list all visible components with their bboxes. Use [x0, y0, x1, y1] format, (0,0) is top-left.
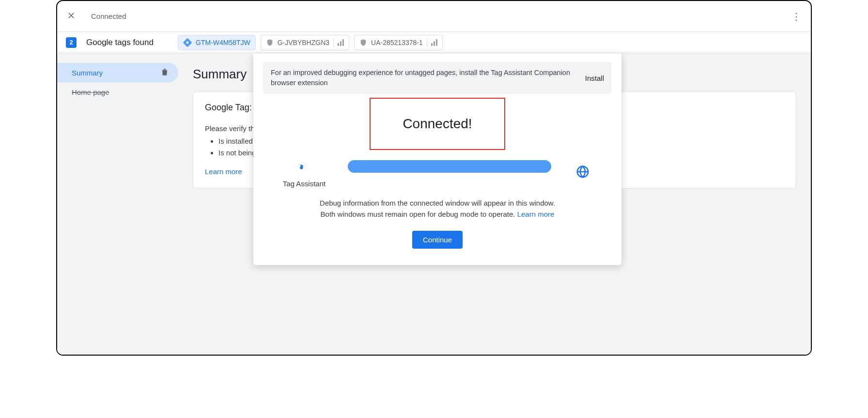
- tag-tab-ga4[interactable]: G-JVBYBHZGN3: [261, 35, 349, 50]
- topbar: Connected ⋮: [57, 1, 811, 32]
- connection-row: Tag Assistant: [253, 157, 621, 188]
- site-side: [568, 164, 597, 180]
- sidebar-item-homepage[interactable]: Home page: [57, 82, 178, 102]
- connected-highlight: Connected!: [370, 98, 505, 150]
- shield-icon: [359, 39, 367, 46]
- sidebar: Summary Home page: [57, 53, 178, 355]
- sidebar-item-summary[interactable]: Summary: [57, 63, 178, 82]
- divider: [427, 38, 427, 47]
- clear-icon[interactable]: [160, 67, 170, 78]
- install-button[interactable]: Install: [585, 74, 604, 82]
- info-line1: Debug information from the connected win…: [320, 199, 555, 207]
- install-banner: For an improved debugging experience for…: [263, 62, 612, 94]
- learn-more-link[interactable]: Learn more: [205, 167, 242, 176]
- top-status: Connected: [91, 12, 126, 20]
- bars-icon: [338, 39, 344, 46]
- tag-strip: 2 Google tags found GTM-W4M58TJW G-JVBYB…: [57, 32, 811, 53]
- connected-modal: For an improved debugging experience for…: [253, 53, 621, 265]
- continue-button[interactable]: Continue: [412, 231, 463, 249]
- modal-info: Debug information from the connected win…: [253, 197, 621, 220]
- tag-tab-label: GTM-W4M58TJW: [196, 39, 250, 46]
- bars-icon: [431, 39, 437, 46]
- svg-point-2: [300, 166, 303, 169]
- tag-assistant-side: Tag Assistant: [278, 157, 331, 188]
- divider: [333, 38, 334, 47]
- globe-icon: [575, 173, 590, 180]
- connection-bar: [348, 160, 551, 173]
- close-icon[interactable]: [63, 6, 79, 27]
- tag-tab-gtm[interactable]: GTM-W4M58TJW: [178, 35, 256, 50]
- kebab-icon[interactable]: ⋮: [788, 11, 805, 22]
- shield-icon: [266, 39, 274, 46]
- tag-assistant-icon: [296, 167, 312, 175]
- tag-tab-ua[interactable]: UA-285213378-1: [354, 35, 443, 50]
- connected-label: Connected!: [403, 116, 472, 132]
- app-frame: Connected ⋮ 2 Google tags found GTM-W4M5…: [56, 0, 812, 356]
- banner-text: For an improved debugging experience for…: [271, 68, 575, 88]
- info-line2: Both windows must remain open for debug …: [321, 210, 517, 218]
- tag-strip-label: Google tags found: [86, 38, 154, 47]
- sidebar-item-label: Home page: [72, 88, 109, 96]
- tag-count-badge: 2: [66, 37, 77, 48]
- tag-assistant-label: Tag Assistant: [278, 179, 331, 188]
- svg-point-1: [186, 41, 189, 44]
- tag-tab-label: G-JVBYBHZGN3: [278, 39, 329, 46]
- gtm-icon: [183, 38, 192, 47]
- tag-tab-label: UA-285213378-1: [371, 39, 423, 46]
- sidebar-item-label: Summary: [72, 69, 103, 77]
- learn-more-link[interactable]: Learn more: [517, 210, 555, 218]
